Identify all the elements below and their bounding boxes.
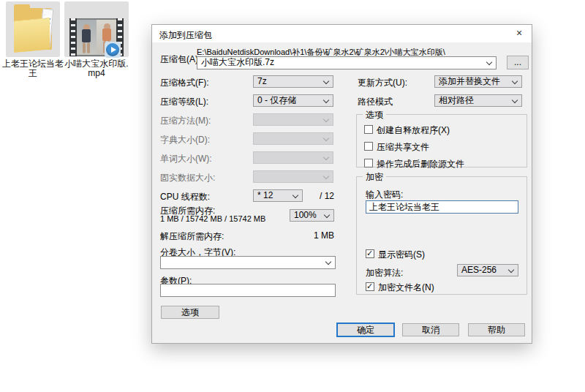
path-mode-label: 路径模式 <box>358 96 393 108</box>
memory-percent-value: 100% <box>294 210 317 220</box>
archive-label: 压缩包(A): <box>160 53 200 66</box>
folder-icon[interactable] <box>6 1 60 57</box>
chevron-down-icon[interactable] <box>512 97 518 103</box>
chevron-down-icon[interactable] <box>325 259 331 265</box>
play-overlay <box>105 42 121 58</box>
format-label: 压缩格式(F): <box>160 77 209 89</box>
method-label: 压缩方法(M): <box>160 115 211 127</box>
path-mode-value: 相对路径 <box>439 95 474 105</box>
archive-name-value: 小喵大宝水印版.7z <box>201 57 274 67</box>
chevron-down-icon[interactable] <box>486 59 492 65</box>
options-groupbox: 选项 创建自释放程序(X) 压缩共享文件 操作完成后删除源文件 <box>356 114 527 167</box>
path-mode-combobox[interactable]: 相对路径 <box>434 94 522 107</box>
memory-compress-value: 1 MB / 15742 MB / 15742 MB <box>160 214 265 223</box>
update-mode-value: 添加并替换文件 <box>439 76 500 86</box>
chevron-down-icon <box>323 173 329 179</box>
checkbox-box[interactable] <box>364 159 373 167</box>
dialog-titlebar[interactable]: 添加到压缩包 × <box>152 25 532 42</box>
cpu-threads-max: / 12 <box>253 191 334 201</box>
folder-front-shape <box>14 18 50 53</box>
play-button-icon <box>106 43 119 56</box>
update-mode-combobox[interactable]: 添加并替换文件 <box>434 75 522 88</box>
update-mode-label: 更新方式(U): <box>358 77 407 89</box>
format-value: 7z <box>257 76 267 86</box>
ok-button[interactable]: 确定 <box>336 323 395 337</box>
checkbox-box-checked[interactable] <box>366 249 374 258</box>
person1-leg <box>83 42 86 53</box>
level-label: 压缩等级(L): <box>160 96 208 108</box>
video-thumbnail-icon[interactable] <box>64 1 129 57</box>
person2-body <box>102 29 111 41</box>
word-size-label: 单词大小(W): <box>160 153 212 165</box>
level-value: 0 - 仅存储 <box>257 95 296 105</box>
encryption-group-title: 加密 <box>363 171 386 184</box>
chevron-down-icon[interactable] <box>323 78 329 84</box>
solid-block-combobox <box>253 170 333 183</box>
checkbox-box[interactable] <box>364 142 373 151</box>
dialog-title: 添加到压缩包 <box>159 29 212 42</box>
password-label: 输入密码: <box>366 189 403 201</box>
word-size-combobox <box>253 151 333 164</box>
add-to-archive-dialog: 添加到压缩包 × 压缩包(A): E:\BaiduNetdiskDownload… <box>151 24 532 344</box>
chevron-down-icon <box>323 116 329 122</box>
checkbox-box[interactable] <box>364 125 373 134</box>
archive-name-combobox[interactable]: 小喵大宝水印版.7z <box>197 56 497 69</box>
encryption-method-combobox[interactable]: AES-256 <box>457 264 518 276</box>
film-strip <box>69 18 124 56</box>
memory-decompress-value: 1 MB <box>253 230 334 241</box>
dictionary-combobox <box>253 132 333 145</box>
encryption-method-value: AES-256 <box>461 265 497 275</box>
encryption-groupbox: 加密 输入密码: 上老王论坛当老王 显示密码(S) 加密算法: AES-256 … <box>356 176 527 295</box>
options-group-title: 选项 <box>363 109 386 121</box>
film-sprockets-left <box>69 18 77 56</box>
video-icon-label: 小喵大宝水印版. mp4 <box>58 59 135 78</box>
encryption-method-label: 加密算法: <box>366 267 403 279</box>
level-combobox[interactable]: 0 - 仅存储 <box>253 94 333 107</box>
volume-size-combobox[interactable] <box>160 256 336 269</box>
person1-body <box>82 29 91 42</box>
checkbox-label: 压缩共享文件 <box>377 141 429 154</box>
memory-percent-combobox[interactable]: 100% <box>290 209 334 222</box>
format-combobox[interactable]: 7z <box>253 75 333 88</box>
chevron-down-icon[interactable] <box>323 97 329 103</box>
checkbox-label: 显示密码(S) <box>378 249 425 261</box>
close-icon[interactable]: × <box>507 25 532 42</box>
video-label-line2: mp4 <box>58 69 135 78</box>
chevron-down-icon[interactable] <box>324 212 330 218</box>
chevron-down-icon[interactable] <box>508 267 514 273</box>
cpu-threads-label: CPU 线程数: <box>160 191 210 203</box>
options-button[interactable]: 选项 <box>161 306 219 319</box>
checkbox-label: 操作完成后删除源文件 <box>377 158 464 170</box>
method-combobox <box>253 113 333 126</box>
checkbox-label: 创建自释放程序(X) <box>377 124 450 137</box>
cancel-button[interactable]: 取消 <box>402 323 459 336</box>
chevron-down-icon[interactable] <box>512 78 518 84</box>
person1-leg2 <box>87 42 90 53</box>
password-input[interactable]: 上老王论坛当老王 <box>366 200 518 214</box>
parameters-input[interactable] <box>160 284 336 297</box>
help-button[interactable]: 帮助 <box>468 323 525 336</box>
video-frame-left <box>77 20 97 55</box>
dictionary-label: 字典大小(D): <box>160 134 210 146</box>
browse-button[interactable]: ... <box>507 56 529 69</box>
chevron-down-icon <box>323 135 329 141</box>
chevron-down-icon <box>323 154 329 160</box>
play-triangle-icon <box>111 47 116 53</box>
checkbox-label: 加密文件名(N) <box>378 282 434 294</box>
checkbox-box-checked[interactable] <box>366 282 374 291</box>
memory-decompress-label: 解压缩所需内存: <box>160 230 224 243</box>
solid-block-label: 固实数据大小: <box>160 172 215 184</box>
